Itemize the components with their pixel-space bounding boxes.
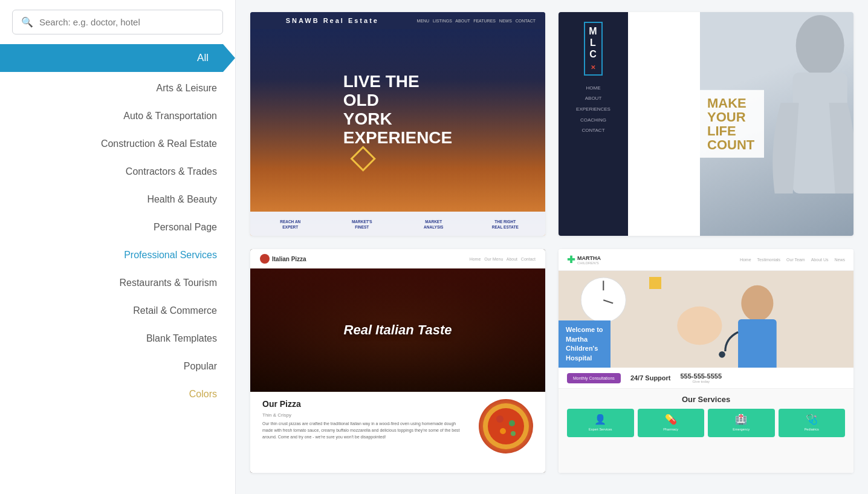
template-preview-snawb: SNAWB Real Estate MENU LISTINGS ABOUT FE… (250, 12, 545, 236)
hosp-nav-home: Home (740, 258, 751, 262)
search-container: 🔍 (0, 10, 235, 44)
svg-point-3 (488, 408, 524, 444)
tpl-hospital-layout: ✚ MARTHA CHILDREN'S Home Testimonials Ou… (559, 249, 853, 473)
hospital-support-info: 24/7 Support (630, 374, 671, 382)
snawb-hero-text: LIVE THEOLDYORKEXPERIENCE (343, 73, 453, 147)
snawb-bottom-item-1: REACH ANEXPERT (256, 218, 325, 231)
svg-point-7 (511, 431, 516, 436)
template-card-snawb[interactable]: SNAWB Real Estate MENU LISTINGS ABOUT FE… (250, 12, 545, 236)
sidebar-item-popular[interactable]: Popular (0, 353, 235, 380)
hospital-service-2: 💊 Pharmacy (638, 409, 705, 437)
hosp-nav-news: News (834, 258, 845, 262)
svg-point-12 (741, 285, 773, 321)
hospital-logo: ✚ MARTHA CHILDREN'S (567, 254, 601, 265)
mlc-nav: HOMEABOUTEXPERIENCESCOACHINGCONTACT (576, 83, 611, 136)
hospital-services-title: Our Services (567, 395, 845, 404)
sidebar-item-restaurants-tourism[interactable]: Restaurants & Tourism (0, 269, 235, 297)
pizza-text-column: Our Pizza Thin & Crispy Our thin crust p… (262, 399, 467, 441)
snawb-bottom-item-3: MARKETANALYSIS (400, 218, 468, 231)
mlc-right-panel: MAKEYOURLIFECOUNT (628, 12, 853, 236)
sidebar-item-colors[interactable]: Colors (0, 380, 235, 408)
snawb-diamond-icon (350, 146, 375, 171)
hospital-support-label: 24/7 Support (630, 374, 671, 382)
hospital-overlay: Welcome toMarthaChildren'sHospital (559, 320, 611, 368)
hospital-logo-text: MARTHA CHILDREN'S (577, 255, 601, 265)
sidebar-item-blank-templates[interactable]: Blank Templates (0, 325, 235, 353)
snawb-bottom-item-4: THE RIGHTREAL ESTATE (471, 218, 540, 231)
main-content: SNAWB Real Estate MENU LISTINGS ABOUT FE… (236, 0, 868, 494)
svg-point-6 (500, 428, 506, 434)
svg-point-16 (719, 351, 725, 358)
svg-point-4 (496, 415, 504, 423)
search-box[interactable]: 🔍 (12, 10, 223, 34)
template-card-mlc[interactable]: MLC✕ HOMEABOUTEXPERIENCESCOACHINGCONTACT… (559, 12, 853, 236)
hospital-svc-text-3: Emergency (733, 427, 750, 432)
all-button[interactable]: All (0, 44, 235, 72)
sidebar-item-personal-page[interactable]: Personal Page (0, 213, 235, 241)
tpl-mlc-layout: MLC✕ HOMEABOUTEXPERIENCESCOACHINGCONTACT… (559, 12, 853, 236)
hosp-nav-testimonials: Testimonials (757, 258, 781, 262)
svg-point-5 (509, 420, 515, 426)
hospital-overlay-name: MarthaChildren'sHospital (566, 336, 598, 362)
hospital-info-bar: Monthly Consultations 24/7 Support 555-5… (559, 368, 853, 389)
svg-point-14 (677, 307, 722, 345)
sidebar-item-construction-real-estate[interactable]: Construction & Real Estate (0, 130, 235, 158)
hospital-subtitle-nav: CHILDREN'S (577, 261, 601, 265)
pizza-svg (482, 402, 530, 450)
hospital-service-grid: 👤 Expert Services 💊 Pharmacy 🏥 Emergency (567, 409, 845, 437)
hospital-hero: Welcome toMarthaChildren'sHospital (559, 271, 853, 368)
tpl-pizza-layout: Italian Pizza Home Our Menu About Contac… (250, 249, 545, 473)
pizza-nav-links: Home Our Menu About Contact (470, 257, 536, 261)
hospital-service-1: 👤 Expert Services (567, 409, 634, 437)
hospital-phone-label: Give today (692, 380, 710, 383)
template-preview-hospital: ✚ MARTHA CHILDREN'S Home Testimonials Ou… (559, 249, 853, 473)
hospital-services: Our Services 👤 Expert Services 💊 Pharmac… (559, 389, 853, 473)
template-grid: SNAWB Real Estate MENU LISTINGS ABOUT FE… (250, 12, 853, 473)
template-preview-mlc: MLC✕ HOMEABOUTEXPERIENCESCOACHINGCONTACT… (559, 12, 853, 236)
snawb-navbar: SNAWB Real Estate MENU LISTINGS ABOUT FE… (250, 12, 545, 29)
hospital-nav-links: Home Testimonials Our Team About Us News (740, 258, 845, 262)
hosp-nav-ourteam: Our Team (786, 258, 805, 262)
sidebar-item-retail-commerce[interactable]: Retail & Commerce (0, 297, 235, 325)
hospital-phone-number: 555-555-5555 (681, 372, 722, 380)
svg-point-0 (796, 15, 844, 76)
snawb-bottom-item-2: MARKET'SFINEST (328, 218, 397, 231)
hospital-cross-icon: ✚ (567, 254, 575, 265)
hospital-svc-icon-1: 👤 (594, 414, 606, 425)
snawb-nav-links: MENU LISTINGS ABOUT FEATURES NEWS CONTAC… (417, 19, 536, 23)
sidebar-item-arts-leisure[interactable]: Arts & Leisure (0, 74, 235, 102)
sidebar-item-professional-services[interactable]: Professional Services (0, 241, 235, 269)
search-icon: 🔍 (21, 16, 33, 28)
snawb-logo: SNAWB Real Estate (286, 17, 379, 24)
mlc-headline: MAKEYOURLIFECOUNT (698, 90, 764, 158)
template-card-hospital[interactable]: ✚ MARTHA CHILDREN'S Home Testimonials Ou… (559, 249, 853, 473)
hospital-svc-icon-3: 🏥 (735, 414, 747, 425)
template-card-pizza[interactable]: Italian Pizza Home Our Menu About Contac… (250, 249, 545, 473)
snawb-bottom-bar: REACH ANEXPERT MARKET'SFINEST MARKETANAL… (250, 212, 545, 236)
sidebar-item-health-beauty[interactable]: Health & Beauty (0, 186, 235, 213)
sidebar: 🔍 All Arts & Leisure Auto & Transportati… (0, 0, 236, 494)
pizza-hero: Real Italian Taste (250, 268, 545, 392)
hospital-svc-text-1: Expert Services (589, 427, 612, 432)
sidebar-item-auto-transportation[interactable]: Auto & Transportation (0, 102, 235, 130)
pizza-lower: Our Pizza Thin & Crispy Our thin crust p… (250, 392, 545, 473)
snawb-hero: LIVE THEOLDYORKEXPERIENCE (250, 29, 545, 212)
pizza-logo-icon (260, 254, 270, 264)
hospital-name: MARTHA (577, 255, 601, 261)
pizza-tagline: Thin & Crispy (262, 412, 467, 418)
pizza-hero-title: Real Italian Taste (344, 322, 452, 338)
hosp-nav-aboutus: About Us (811, 258, 829, 262)
search-input[interactable] (39, 17, 214, 27)
mlc-left-panel: MLC✕ HOMEABOUTEXPERIENCESCOACHINGCONTACT (559, 12, 628, 236)
pizza-section-title: Our Pizza (262, 399, 467, 409)
hospital-svc-icon-2: 💊 (665, 414, 677, 425)
pizza-image (479, 399, 533, 453)
hospital-monthly-consultations: Monthly Consultations (567, 373, 621, 383)
hospital-service-4: 🩺 Pediatrics (779, 409, 846, 437)
pizza-logo: Italian Pizza (260, 254, 306, 264)
mlc-logo: MLC✕ (584, 22, 602, 76)
pizza-description: Our thin crust pizzas are crafted the tr… (262, 420, 467, 441)
template-preview-pizza: Italian Pizza Home Our Menu About Contac… (250, 249, 545, 473)
all-btn-row: All (0, 44, 235, 74)
sidebar-item-contractors-trades[interactable]: Contractors & Trades (0, 158, 235, 186)
